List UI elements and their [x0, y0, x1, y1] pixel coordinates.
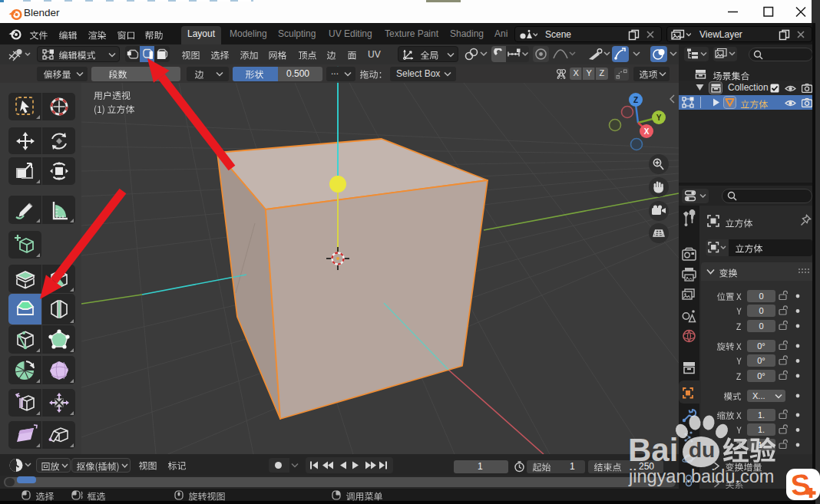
svg-text:X: X [644, 127, 650, 136]
svg-text:Y: Y [656, 114, 662, 122]
svg-text:Z: Z [633, 96, 638, 104]
